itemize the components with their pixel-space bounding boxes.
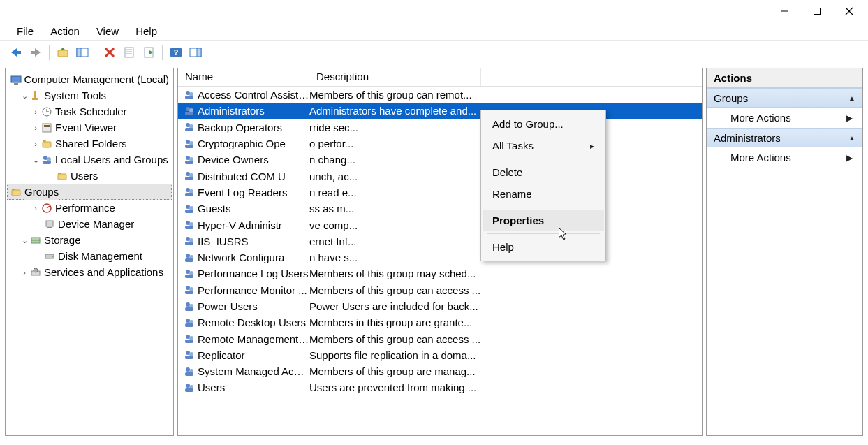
list-row[interactable]: Remote Desktop UsersMembers in this grou… bbox=[178, 314, 702, 330]
actions-more-admins[interactable]: More Actions ▶ bbox=[707, 147, 862, 168]
tree-device-manager[interactable]: Device Manager bbox=[7, 216, 172, 232]
expand-icon[interactable]: › bbox=[20, 265, 29, 280]
list-row[interactable]: Performance Monitor ...Members of this g… bbox=[178, 282, 702, 298]
console-tree[interactable]: Computer Management (Local) ⌄ System Too… bbox=[6, 68, 173, 283]
menu-file[interactable]: File bbox=[8, 24, 42, 38]
group-icon bbox=[182, 284, 196, 296]
forward-arrow-icon bbox=[29, 48, 42, 57]
column-header-blank[interactable] bbox=[481, 68, 702, 86]
svg-rect-99 bbox=[185, 340, 193, 343]
ctx-properties[interactable]: Properties bbox=[483, 210, 604, 231]
toolbar-separator bbox=[49, 45, 50, 60]
tree-event-viewer[interactable]: › Event Viewer bbox=[7, 119, 172, 136]
ctx-add-to-group[interactable]: Add to Group... bbox=[483, 113, 604, 135]
properties-button[interactable] bbox=[120, 43, 138, 61]
maximize-button[interactable] bbox=[801, 1, 833, 21]
tree-shared-folders[interactable]: › Shared Folders bbox=[7, 136, 172, 152]
tree-services-apps[interactable]: › Services and Applications bbox=[7, 264, 172, 280]
tree-disk-management[interactable]: Disk Management bbox=[7, 248, 172, 264]
tree-system-tools[interactable]: ⌄ System Tools bbox=[7, 87, 172, 103]
column-header-name[interactable]: Name bbox=[178, 68, 309, 86]
row-name: Replicator bbox=[196, 349, 309, 361]
ctx-all-tasks[interactable]: All Tasks ▸ bbox=[483, 135, 604, 156]
list-row[interactable]: UsersUsers are prevented from making ... bbox=[178, 379, 702, 395]
delete-button[interactable] bbox=[101, 43, 119, 61]
column-header-description[interactable]: Description bbox=[309, 68, 481, 86]
list-row[interactable]: Cryptographic Opeo perfor... bbox=[178, 136, 702, 152]
tree-performance[interactable]: › Performance bbox=[7, 200, 172, 216]
actions-section-groups[interactable]: Groups ▲ bbox=[707, 88, 862, 108]
expand-icon[interactable]: › bbox=[31, 104, 41, 119]
row-name: Access Control Assista... bbox=[196, 89, 309, 101]
tree-users[interactable]: Users bbox=[7, 168, 172, 184]
list-row[interactable]: Performance Log UsersMembers of this gro… bbox=[178, 265, 702, 282]
minimize-button[interactable] bbox=[769, 1, 801, 21]
expand-icon[interactable]: › bbox=[31, 136, 41, 152]
row-name: Remote Desktop Users bbox=[196, 316, 309, 328]
show-hide-tree-button[interactable] bbox=[73, 43, 91, 61]
list-row[interactable]: System Managed Acco...Members of this gr… bbox=[178, 363, 702, 379]
list-row[interactable]: IIS_IUSRSernet Inf... bbox=[178, 233, 702, 249]
list-row[interactable]: Distributed COM Uunch, ac... bbox=[178, 168, 702, 184]
list-row[interactable]: Remote Management ...Members of this gro… bbox=[178, 330, 702, 346]
svg-rect-31 bbox=[43, 124, 51, 132]
svg-rect-44 bbox=[46, 221, 53, 226]
group-icon bbox=[182, 317, 196, 328]
svg-rect-14 bbox=[125, 48, 133, 57]
tree-groups[interactable]: Groups bbox=[7, 184, 172, 200]
expand-icon[interactable]: › bbox=[31, 200, 41, 216]
collapse-icon[interactable]: ⌄ bbox=[20, 88, 29, 103]
show-hide-action-pane-button[interactable] bbox=[186, 43, 205, 61]
close-icon bbox=[845, 7, 853, 15]
back-button[interactable] bbox=[7, 43, 25, 61]
tree-label: Task Scheduler bbox=[55, 104, 127, 119]
row-name: Administrators bbox=[196, 105, 309, 117]
svg-rect-23 bbox=[197, 48, 201, 57]
collapse-triangle-icon: ▲ bbox=[848, 134, 855, 142]
actions-section-admins[interactable]: Administrators ▲ bbox=[707, 128, 862, 147]
list-row[interactable]: Backup Operatorsrride sec... bbox=[178, 119, 702, 136]
group-icon bbox=[182, 366, 196, 377]
ctx-rename[interactable]: Rename bbox=[483, 183, 604, 205]
disk-icon bbox=[43, 251, 56, 262]
list-row[interactable]: Device Ownersn chang... bbox=[178, 152, 702, 168]
ctx-separator bbox=[487, 159, 600, 159]
tree-task-scheduler[interactable]: › Task Scheduler bbox=[7, 103, 172, 119]
tree-root[interactable]: Computer Management (Local) bbox=[7, 71, 172, 87]
groups-list[interactable]: Access Control Assista...Members of this… bbox=[178, 87, 702, 396]
row-name: Backup Operators bbox=[196, 122, 309, 133]
users-groups-icon bbox=[41, 154, 53, 166]
menu-action[interactable]: Action bbox=[42, 24, 88, 38]
list-row[interactable]: Access Control Assista...Members of this… bbox=[178, 87, 702, 103]
group-icon bbox=[182, 333, 196, 344]
actions-more-groups[interactable]: More Actions ▶ bbox=[707, 108, 862, 128]
ctx-help[interactable]: Help bbox=[483, 236, 604, 258]
shared-folder-icon bbox=[41, 138, 53, 149]
tree-label: Groups bbox=[24, 184, 59, 200]
row-description: Members in this group are grante... bbox=[309, 316, 702, 328]
submenu-arrow-icon: ▶ bbox=[846, 153, 853, 163]
tree-storage[interactable]: ⌄ Storage bbox=[7, 232, 172, 248]
collapse-icon[interactable]: ⌄ bbox=[31, 152, 41, 168]
forward-button[interactable] bbox=[27, 43, 45, 61]
list-row[interactable]: Hyper-V Administrve comp... bbox=[178, 217, 702, 233]
ctx-delete[interactable]: Delete bbox=[483, 161, 604, 183]
tree-pane-icon bbox=[76, 47, 89, 58]
list-row[interactable]: Power UsersPower Users are included for … bbox=[178, 298, 702, 314]
expand-icon[interactable]: › bbox=[31, 120, 41, 136]
list-row[interactable]: AdministratorsAdministrators have comple… bbox=[178, 103, 702, 119]
collapse-icon[interactable]: ⌄ bbox=[20, 233, 29, 248]
tree-label: Performance bbox=[55, 200, 115, 216]
list-row[interactable]: ReplicatorSupports file replication in a… bbox=[178, 347, 702, 363]
menu-help[interactable]: Help bbox=[127, 24, 165, 38]
menu-view[interactable]: View bbox=[88, 24, 127, 38]
refresh-button[interactable] bbox=[140, 43, 158, 61]
tree-local-users-groups[interactable]: ⌄ Local Users and Groups bbox=[7, 152, 172, 168]
svg-marker-9 bbox=[60, 48, 66, 50]
list-row[interactable]: Guestsss as m... bbox=[178, 200, 702, 217]
close-button[interactable] bbox=[833, 1, 865, 21]
up-button[interactable] bbox=[54, 43, 72, 61]
list-row[interactable]: Event Log Readersn read e... bbox=[178, 184, 702, 200]
help-button[interactable]: ? bbox=[167, 43, 185, 61]
list-row[interactable]: Network Configuran have s... bbox=[178, 249, 702, 265]
